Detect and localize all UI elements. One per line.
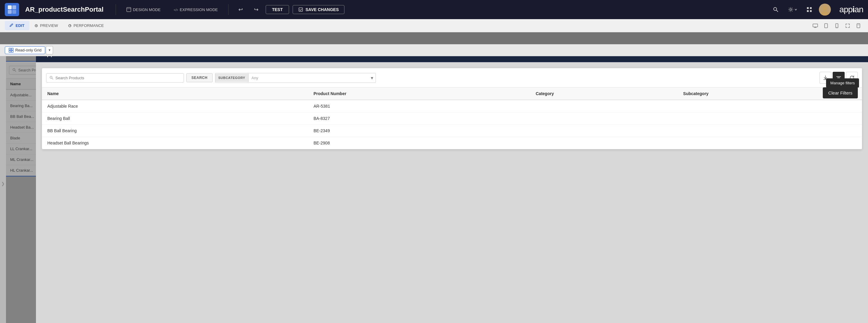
design-mode-btn[interactable]: DESIGN MODE (122, 5, 165, 14)
app-logo-box (5, 3, 19, 16)
preview-cell-category (530, 100, 678, 112)
preview-table-header-row: Name Product Number Category Subcategory (42, 87, 862, 100)
preview-col-product-number: Product Number (308, 87, 530, 100)
settings-btn[interactable] (785, 5, 800, 14)
svg-point-18 (36, 25, 36, 26)
preview-subcategory-filter[interactable]: SUBCATEGORY Any ▾ (215, 73, 376, 83)
svg-rect-30 (11, 48, 13, 50)
svg-text:</>: </> (174, 8, 178, 12)
mobile-view-btn[interactable] (832, 21, 842, 31)
nav-divider-2 (228, 4, 228, 15)
svg-point-35 (50, 76, 52, 78)
expand-view-btn[interactable] (843, 21, 852, 31)
preview-cell-product-number: BE-2908 (308, 137, 530, 149)
appian-brand-logo: appian (839, 5, 863, 14)
svg-rect-1 (12, 5, 16, 9)
svg-rect-7 (299, 8, 303, 11)
preview-search-btn[interactable]: SEARCH (186, 73, 213, 82)
test-btn[interactable]: TEST (266, 5, 289, 14)
svg-rect-11 (807, 7, 809, 9)
preview-cell-category (530, 125, 678, 137)
preview-col-name: Name (42, 87, 308, 100)
preview-cell-subcategory (678, 137, 862, 149)
grid-label-bar: Read-only Grid ▼ (0, 44, 868, 56)
edit-tab[interactable]: EDIT (5, 21, 29, 30)
svg-rect-29 (9, 48, 11, 50)
performance-tab[interactable]: PERFORMANCE (63, 21, 109, 30)
grid-label-dropdown[interactable]: ▼ (46, 46, 53, 55)
desktop-view-btn[interactable] (810, 21, 820, 31)
preview-cell-name: Adjustable Race (42, 100, 308, 112)
preview-grid: SEARCH SUBCATEGORY Any ▾ (42, 68, 862, 149)
preview-search-input[interactable] (55, 76, 181, 80)
search-icon-btn[interactable] (770, 4, 782, 15)
preview-cell-name: BB Ball Bearing (42, 125, 308, 137)
svg-rect-14 (810, 10, 812, 12)
svg-rect-0 (8, 5, 12, 9)
preview-subcategory-select[interactable]: Any (249, 73, 368, 82)
nav-divider-1 (116, 4, 116, 15)
svg-point-10 (790, 9, 792, 10)
second-bar-right (810, 21, 863, 31)
svg-rect-27 (857, 24, 860, 28)
svg-rect-31 (9, 50, 11, 52)
preview-cell-category (530, 137, 678, 149)
preview-cell-product-number: BA-8327 (308, 112, 530, 125)
second-bar: EDIT PREVIEW PERFORMANCE (0, 19, 868, 32)
expression-mode-btn[interactable]: </> EXPRESSION MODE (168, 5, 222, 14)
preview-cell-subcategory (678, 100, 862, 112)
preview-content: SEARCH SUBCATEGORY Any ▾ (36, 62, 868, 323)
svg-rect-32 (11, 50, 13, 52)
preview-panel: appian Product Search SEARCH SUBCATEGORY… (36, 44, 868, 323)
svg-rect-12 (810, 7, 812, 9)
svg-point-16 (821, 11, 829, 15)
preview-table-row[interactable]: BB Ball Bearing BE-2349 (42, 125, 862, 137)
app-title: AR_productSearchPortal (25, 6, 104, 13)
svg-point-15 (823, 6, 827, 11)
svg-rect-4 (127, 7, 131, 12)
svg-rect-21 (813, 24, 818, 27)
preview-table-row[interactable]: Adjustable Race AR-5381 (42, 100, 862, 112)
preview-cell-subcategory (678, 112, 862, 125)
preview-cell-subcategory (678, 125, 862, 137)
user-avatar[interactable] (819, 4, 831, 15)
preview-subcategory-label: SUBCATEGORY (215, 74, 249, 82)
preview-cell-product-number: BE-2349 (308, 125, 530, 137)
clear-filters-tooltip: Clear Filters (823, 87, 858, 98)
tablet-view-btn[interactable] (821, 21, 831, 31)
preview-table: Name Product Number Category Subcategory… (42, 87, 862, 149)
svg-rect-3 (12, 10, 16, 14)
grid-component-label: Read-only Grid (5, 46, 45, 54)
top-nav: AR_productSearchPortal DESIGN MODE </> E… (0, 0, 868, 19)
preview-toolbar: SEARCH SUBCATEGORY Any ▾ (42, 68, 862, 87)
mobile-portrait-btn[interactable] (854, 21, 863, 31)
svg-line-36 (52, 78, 53, 79)
grid-view-btn[interactable] (803, 4, 815, 15)
manage-filters-tooltip: Manage filters (826, 78, 859, 87)
svg-rect-2 (8, 10, 12, 14)
preview-cell-name: Bearing Ball (42, 112, 308, 125)
svg-point-26 (837, 27, 837, 28)
svg-line-20 (70, 25, 71, 26)
preview-cell-name: Headset Ball Bearings (42, 137, 308, 149)
preview-col-category: Category (530, 87, 678, 100)
save-changes-btn[interactable]: SAVE CHANGES (292, 5, 344, 14)
preview-table-row[interactable]: Bearing Ball BA-8327 (42, 112, 862, 125)
undo-btn[interactable]: ↩ (235, 4, 247, 15)
preview-search-box[interactable] (46, 73, 184, 82)
preview-cell-category (530, 112, 678, 125)
svg-rect-13 (807, 10, 809, 12)
scroll-arrow[interactable]: ❯ (1, 181, 5, 186)
svg-line-9 (776, 10, 778, 12)
redo-btn[interactable]: ↪ (250, 4, 262, 15)
preview-subcategory-caret[interactable]: ▾ (368, 75, 376, 81)
svg-rect-24 (825, 24, 828, 28)
left-scroll-indicator[interactable]: ❯ (0, 44, 6, 323)
preview-cell-product-number: AR-5381 (308, 100, 530, 112)
preview-table-row[interactable]: Headset Ball Bearings BE-2908 (42, 137, 862, 149)
preview-tab[interactable]: PREVIEW (29, 21, 63, 30)
